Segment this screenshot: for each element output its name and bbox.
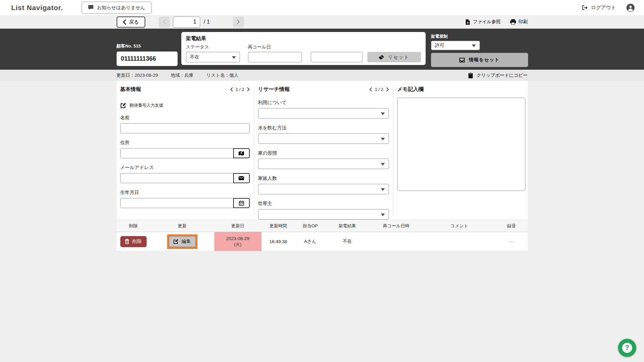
recall-datetime-cell [369,232,423,251]
customer-no-label: 顧客No. 515 [117,43,178,49]
address-field-group: 住所 [120,140,250,158]
status-label: ステータス [186,44,240,50]
research-field-group: 家族人数 [258,175,389,194]
column-header: 架電結果 [326,220,369,232]
printer-icon [510,19,516,25]
reset-label: リセット [388,54,409,60]
address-input[interactable] [120,148,234,158]
back-label: 戻る [129,19,139,25]
research-select-householder[interactable] [258,209,389,220]
panels-row: 基本情報 1 / 2 郵便番号入力支援 名前 [117,81,528,220]
research-field-label: 利用について [258,100,389,106]
account-icon[interactable] [626,3,635,12]
customer-block: 顧客No. 515 [117,43,178,66]
research-field-label: 家の形態 [258,150,389,156]
logout-label: ログアウト [591,4,616,11]
file-reference-button[interactable]: ファイル参照 [465,19,500,25]
set-info-button[interactable]: 情報をセット [431,53,528,67]
status-select[interactable]: 不在 [186,52,240,62]
question-icon: ? [622,343,632,353]
name-field-group: 名前 [120,115,250,133]
history-table-header: 削除 更新 更新日 更新時間 担当OP 架電結果 再コール日時 コメント 録音 [117,220,528,232]
file-icon [465,19,470,25]
email-input[interactable] [120,173,234,183]
map-button[interactable] [233,148,250,158]
birthday-input[interactable] [120,198,234,208]
zip-support-button[interactable]: 郵便番号入力支援 [120,102,163,108]
zip-support-label: 郵便番号入力支援 [130,103,163,108]
research-select-family-size[interactable] [258,184,389,194]
toolbar-row: 戻る / 1 ファイル参照 印刷 [0,15,644,29]
update-date: 2023-08-29 [226,236,249,241]
name-label: 名前 [120,115,250,121]
reset-button[interactable]: リセット [367,52,421,62]
page-total-label: / 1 [204,19,210,25]
research-page-indicator: 1 / 2 [375,87,383,92]
region-label: 地域：兵庫 [171,72,194,78]
comment-cell [423,232,496,251]
birthday-field-group: 生年月日 [120,190,250,208]
edit-button[interactable]: 編集 [169,236,195,247]
update-weekday: (火) [234,241,242,247]
record-pager: / 1 [159,17,244,28]
column-header: コメント [423,220,496,232]
basic-next-icon[interactable] [247,87,250,92]
print-button[interactable]: 印刷 [510,19,528,25]
column-header: 更新 [150,220,214,232]
recording-cell: --- [496,232,528,251]
updated-date-label: 更新日：2023-08-29 [117,72,158,78]
speech-bubble-icon [88,5,94,10]
status-group: ステータス 不在 [186,44,240,62]
name-input[interactable] [120,123,250,133]
logout-button[interactable]: ログアウト [582,4,616,11]
copy-clipboard-button[interactable]: クリップボードにコピー [468,72,527,78]
phone-number-input[interactable] [117,52,178,66]
recall-date-input[interactable] [248,52,302,62]
edit-button-highlight: 編集 [167,234,197,249]
research-prev-icon[interactable] [369,87,372,92]
call-regulation-value: 許可 [435,42,444,48]
page-number-input[interactable] [173,17,200,28]
top-bar: List Navigator. お知らせはありません ログアウト [0,0,644,15]
research-select-usage[interactable] [258,108,389,119]
trash-icon [125,239,129,244]
calendar-button[interactable] [233,198,250,208]
recall-date-label: 再コール日 [248,44,302,50]
basic-prev-icon[interactable] [230,87,233,92]
top-bar-right: ログアウト [582,3,635,12]
column-header: 再コール日時 [369,220,423,232]
email-button[interactable] [233,173,250,183]
call-result-title: 架電結果 [186,35,421,42]
next-page-button[interactable] [233,17,244,28]
notice-banner[interactable]: お知らせはありません [82,2,152,14]
address-label: 住所 [120,140,250,146]
column-header: 担当OP [295,220,326,232]
research-next-icon[interactable] [386,87,389,92]
back-button[interactable]: 戻る [117,17,145,28]
memo-textarea[interactable] [397,98,525,191]
research-field-group: 世帯主 [258,201,389,220]
column-header: 録音 [496,220,528,232]
research-select-house-type[interactable] [258,159,389,169]
call-regulation-label: 架電規制 [431,34,528,39]
prev-page-button[interactable] [159,17,170,28]
basic-page-indicator: 1 / 2 [236,87,244,92]
clipboard-icon [468,72,473,78]
status-value: 不在 [190,54,200,60]
research-select-drinking-method[interactable] [258,133,389,144]
tray-icon [459,58,465,63]
memo-title: メモ記入欄 [397,86,424,93]
help-button[interactable]: ? [618,339,636,357]
research-field-group: 水を飲む方法 [258,125,389,144]
recall-time-input[interactable] [311,52,363,62]
delete-label: 削除 [132,238,142,244]
research-field-group: 家の形態 [258,150,389,169]
record-info-bar: 更新日：2023-08-29 地域：兵庫 リスト名：個人 クリップボードにコピー [0,70,644,81]
edit-pencil-icon [173,239,179,244]
delete-button[interactable]: 削除 [120,236,147,247]
envelope-icon [239,176,244,180]
recall-date-group: 再コール日 [248,44,302,62]
file-reference-label: ファイル参照 [473,19,500,25]
chevron-left-icon [123,20,126,25]
call-regulation-select[interactable]: 許可 [431,41,480,50]
